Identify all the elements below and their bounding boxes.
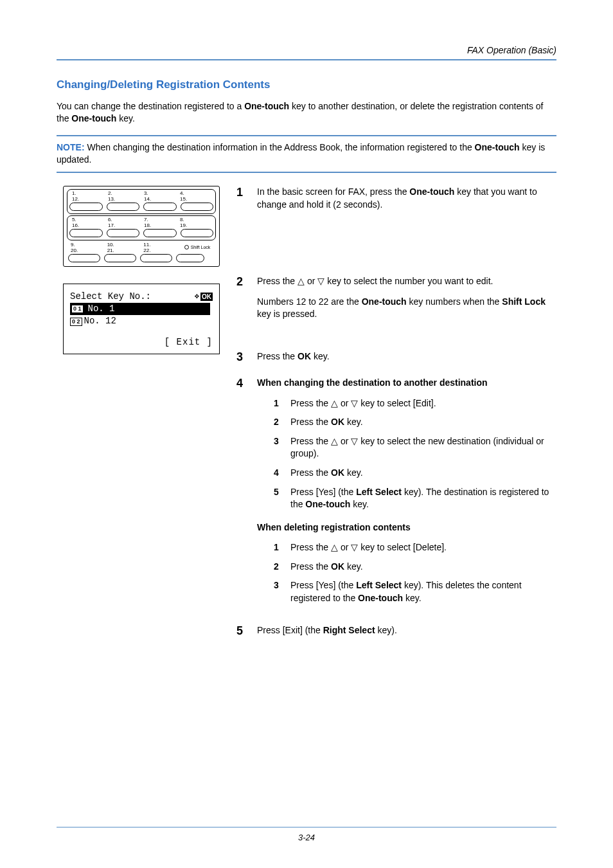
page-header: FAX Operation (Basic) — [57, 45, 556, 60]
intro-key2: One-touch — [71, 113, 116, 123]
kp-button — [143, 229, 177, 237]
sub-num: 1 — [274, 397, 283, 410]
kp-label: 16. — [69, 222, 105, 228]
text: key. — [350, 499, 369, 509]
text: key is pressed. — [257, 309, 317, 319]
lcd-badge: 0 2 — [70, 318, 82, 326]
note-block: NOTE: When changing the destination info… — [57, 141, 556, 167]
keyword: OK — [331, 467, 344, 478]
kp-label: 2. — [105, 190, 141, 196]
lcd-ok-icon: ✥OK — [195, 291, 213, 302]
onetouch-keypad: 1.2.3.4. 12.13.14.15. 5.6.7.8. 16.17.18.… — [63, 186, 220, 267]
kp-button — [104, 254, 136, 262]
kp-button — [69, 229, 103, 237]
text: In the basic screen for FAX, press the — [257, 186, 409, 197]
lcd-exit: [ Exit ] — [70, 327, 213, 348]
text: Press [Exit] (the — [257, 625, 323, 635]
kp-button — [181, 229, 214, 237]
note-rule-top — [57, 135, 556, 136]
text: Press the — [290, 467, 331, 478]
sub-num: 2 — [274, 561, 283, 574]
header-rule — [57, 59, 556, 60]
kp-button — [107, 229, 140, 237]
note-key: One-touch — [475, 142, 520, 152]
text: key. — [344, 561, 363, 572]
lcd-panel: Select Key No.: ✥OK 0 1No. 1 0 2No. 12 [… — [63, 284, 220, 354]
step-number: 4 — [236, 377, 248, 611]
section-title: Changing/Deleting Registration Contents — [57, 78, 556, 91]
kp-button — [181, 203, 214, 211]
keyword: OK — [298, 351, 311, 361]
intro-paragraph: You can change the destination registere… — [57, 100, 556, 125]
kp-label: 4. — [177, 190, 213, 196]
step-2: Press the △ or ▽ key to select the numbe… — [257, 275, 556, 321]
step-5: Press [Exit] (the Right Select key). — [257, 624, 556, 638]
kp-button — [107, 203, 140, 211]
keyword: One-touch — [305, 499, 350, 509]
sub-num: 5 — [274, 486, 283, 511]
kp-label: 19. — [177, 222, 213, 228]
kp-label: 20. — [68, 248, 105, 253]
kp-button — [140, 254, 172, 262]
kp-label: 21. — [105, 248, 141, 253]
keyword: One-touch — [409, 186, 454, 197]
lcd-row: 0 2No. 12 — [70, 315, 116, 327]
keyword: OK — [331, 417, 344, 427]
intro-post: key. — [116, 113, 135, 123]
lcd-badge: 0 1 — [71, 305, 84, 313]
step-number: 3 — [236, 350, 248, 364]
kp-label: 13. — [105, 196, 141, 202]
kp-label: 15. — [177, 196, 213, 202]
sub-heading: When changing the destination to another… — [257, 377, 556, 390]
lcd-title: Select Key No.: — [70, 291, 151, 303]
kp-label: 7. — [141, 217, 177, 222]
text: key. — [344, 467, 363, 478]
intro-pre: You can change the destination registere… — [57, 101, 244, 111]
kp-button — [143, 203, 177, 211]
step-1: In the basic screen for FAX, press the O… — [257, 186, 556, 211]
step-number: 2 — [236, 275, 248, 321]
step-number: 1 — [236, 186, 248, 211]
step-3: Press the OK key. — [257, 350, 556, 364]
page-number: 3-24 — [298, 833, 315, 842]
sub-num: 3 — [274, 435, 283, 460]
text: Press the △ or ▽ key to select [Edit]. — [290, 397, 436, 410]
keyword: Right Select — [323, 625, 375, 635]
lcd-row-text: No. 1 — [88, 303, 115, 315]
kp-label: 9. — [68, 242, 105, 248]
kp-label: 14. — [141, 196, 177, 202]
keyword: One-touch — [358, 593, 403, 603]
kp-shiftlock-label: Shift Lock — [179, 242, 216, 253]
kp-shiftlock-button — [176, 254, 204, 262]
kp-label: 11. — [141, 242, 177, 248]
shiftlock-text: Shift Lock — [191, 245, 211, 249]
intro-key1: One-touch — [244, 101, 289, 111]
kp-button — [68, 254, 100, 262]
kp-label: 22. — [141, 248, 177, 253]
text: Press the — [290, 561, 331, 572]
lcd-row-selected: 0 1No. 1 — [70, 303, 210, 315]
text: Press the — [257, 351, 298, 361]
note-rule-bottom — [57, 172, 556, 173]
page-footer: 3-24 — [0, 827, 613, 842]
kp-label: 5. — [69, 217, 105, 222]
keyword: Left Select — [356, 487, 402, 497]
note-label: NOTE: — [57, 142, 85, 152]
kp-label: 12. — [69, 196, 105, 202]
header-section: FAX Operation (Basic) — [57, 45, 556, 55]
sub-num: 2 — [274, 416, 283, 429]
text: Press [Yes] (the — [290, 487, 356, 497]
text: Press the △ or ▽ key to select [Delete]. — [290, 541, 447, 554]
text: key. — [311, 351, 330, 361]
kp-label: 10. — [105, 242, 141, 248]
step-4: When changing the destination to another… — [257, 377, 556, 611]
kp-label: 3. — [141, 190, 177, 196]
keyword: OK — [331, 561, 344, 572]
text: Press the — [290, 417, 331, 427]
text: Numbers 12 to 22 are the — [257, 296, 362, 307]
lcd-row-text: No. 12 — [84, 316, 116, 326]
text: key. — [403, 593, 422, 603]
kp-label: 6. — [105, 217, 141, 222]
text: key). — [375, 625, 397, 635]
keyword: Shift Lock — [502, 296, 546, 307]
